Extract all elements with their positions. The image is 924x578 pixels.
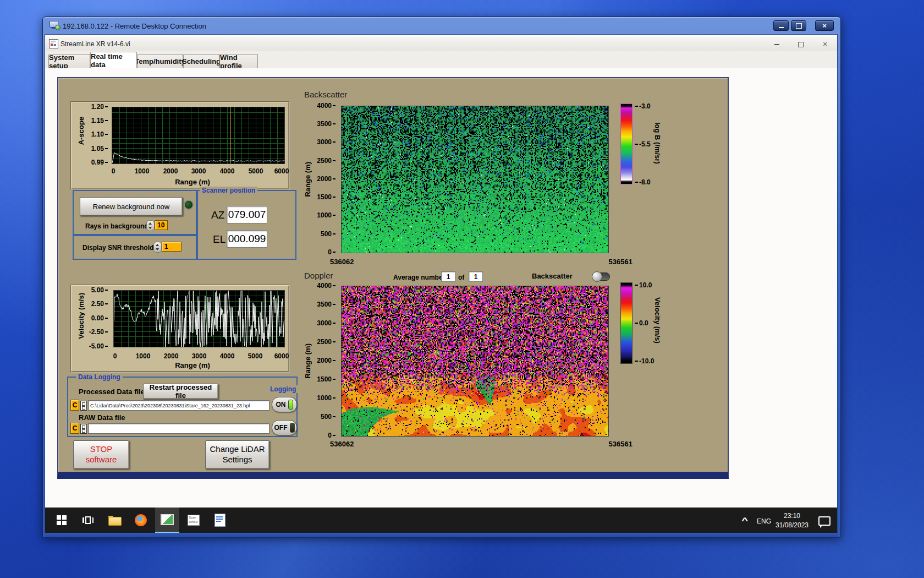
vel-xtick: 0 bbox=[113, 353, 117, 359]
bs-ytick: 500 bbox=[315, 231, 336, 237]
windows-logo-icon bbox=[57, 515, 67, 525]
rdp-close-button[interactable]: × bbox=[815, 20, 834, 31]
tab-system-setup[interactable]: System setup bbox=[48, 54, 90, 68]
change-line2: Settings bbox=[222, 455, 252, 465]
of-label: of bbox=[458, 274, 464, 281]
on-label: ON bbox=[276, 401, 286, 408]
app-close-button[interactable]: × bbox=[817, 39, 833, 48]
dop-colorbar-label: Velocity (m/s) bbox=[653, 297, 662, 343]
scan-scheduler-button[interactable]: Scan sched bbox=[182, 508, 206, 533]
change-line1: Change LiDAR bbox=[210, 444, 265, 455]
raw-logging-off-button[interactable]: OFF bbox=[272, 420, 297, 435]
processed-file-label: Processed Data file bbox=[79, 388, 145, 396]
scanner-title: Scanner position bbox=[200, 187, 257, 194]
tab-temp-humidity[interactable]: Temp/humidity bbox=[137, 54, 183, 68]
rdp-minimize-button[interactable] bbox=[773, 20, 789, 31]
ascope-xtick: 2000 bbox=[163, 168, 178, 175]
ascope-xtick: 3000 bbox=[191, 168, 206, 175]
raw-path-input[interactable] bbox=[88, 423, 270, 434]
dop-ytick: 2000 bbox=[315, 357, 336, 364]
dop-ytick: 1000 bbox=[315, 395, 336, 401]
action-center-icon[interactable] bbox=[818, 516, 831, 526]
dop-ytick: 3500 bbox=[315, 301, 336, 308]
bs-ytick: 1000 bbox=[315, 212, 336, 219]
ascope-plot[interactable] bbox=[112, 107, 285, 164]
processed-path-input[interactable]: C:\Lidar\Data\Proc\2023\202308\20230831\… bbox=[88, 400, 270, 411]
raw-browse-icon[interactable] bbox=[80, 424, 87, 434]
firefox-button[interactable] bbox=[129, 508, 153, 533]
tray-expand-chevron[interactable]: ^ bbox=[741, 516, 748, 525]
snr-value[interactable]: 1 bbox=[162, 242, 182, 252]
restart-processed-label: Restart processed file bbox=[144, 383, 218, 400]
background-led bbox=[184, 200, 194, 210]
active-app-button[interactable] bbox=[155, 508, 179, 533]
language-indicator[interactable]: ENG bbox=[757, 517, 771, 525]
dop-x-start: 536062 bbox=[330, 440, 354, 448]
off-lamp bbox=[290, 423, 295, 433]
data-logging-title: Data Logging bbox=[76, 373, 123, 381]
toggle-knob bbox=[592, 271, 602, 282]
document-app-button[interactable] bbox=[208, 508, 232, 533]
avg-current-text: 1 bbox=[447, 273, 450, 281]
file-explorer-button[interactable] bbox=[102, 508, 127, 533]
restart-processed-button[interactable]: Restart processed file bbox=[143, 384, 218, 399]
dop-ytick: 0 bbox=[315, 432, 336, 439]
tab-scheduling[interactable]: Scheduling bbox=[183, 54, 219, 68]
bs-ytick: 4000 bbox=[315, 102, 336, 109]
snr-spinner[interactable] bbox=[153, 242, 162, 253]
bs-colorbar-label: log B (/m/sr) bbox=[653, 122, 662, 164]
velocity-xlabel: Range (m) bbox=[165, 361, 220, 369]
start-button[interactable] bbox=[50, 508, 74, 533]
velocity-plot[interactable] bbox=[113, 290, 285, 347]
bs-ytick: 2000 bbox=[315, 176, 336, 182]
average-total-value[interactable]: 1 bbox=[469, 271, 483, 282]
bs-cb-tick: -3.0 bbox=[635, 103, 651, 110]
ascope-ytick: 1.15 bbox=[87, 117, 108, 124]
backscatter-toggle-label: Backscatter bbox=[532, 272, 573, 280]
tab-wind-profile[interactable]: Wind profile bbox=[219, 54, 258, 68]
folder-icon bbox=[108, 516, 120, 525]
renew-background-button[interactable]: Renew background now bbox=[80, 197, 183, 216]
vel-xtick: 3000 bbox=[192, 353, 207, 359]
app-restore-button[interactable] bbox=[793, 41, 809, 48]
rdp-maximize-button[interactable] bbox=[791, 20, 806, 31]
dop-ytick: 3000 bbox=[315, 320, 336, 326]
raw-drive-box[interactable]: C bbox=[70, 423, 79, 434]
vel-ytick: 5.00 bbox=[84, 287, 108, 293]
vel-ytick: 2.50 bbox=[84, 301, 108, 307]
rays-label: Rays in background bbox=[85, 222, 148, 230]
vel-xtick: 1000 bbox=[136, 353, 151, 359]
backscatter-toggle[interactable] bbox=[592, 272, 610, 281]
rays-value[interactable]: 10 bbox=[155, 220, 168, 230]
processed-logging-on-button[interactable]: ON bbox=[272, 397, 297, 412]
tab-label: Wind profile bbox=[220, 53, 257, 70]
backscatter-ylabel: Range (m) bbox=[304, 162, 312, 197]
off-label: OFF bbox=[274, 424, 288, 432]
ascope-xlabel: Range (m) bbox=[165, 178, 220, 186]
bs-cb-tick: -8.0 bbox=[635, 179, 651, 186]
vel-xtick: 5000 bbox=[248, 353, 263, 359]
processed-browse-icon[interactable] bbox=[80, 401, 87, 411]
backscatter-title: Backscatter bbox=[304, 90, 347, 99]
tab-real-time-data[interactable]: Real time data bbox=[90, 52, 137, 68]
app-minimize-button[interactable] bbox=[769, 41, 784, 48]
ascope-ytick: 0.99 bbox=[87, 159, 108, 166]
vel-xtick: 2000 bbox=[164, 353, 179, 359]
tab-label: Scheduling bbox=[182, 57, 221, 66]
task-view-button[interactable] bbox=[76, 508, 100, 533]
drive-letter: C bbox=[73, 401, 78, 409]
doppler-colorbar bbox=[620, 282, 632, 364]
processed-drive-box[interactable]: C bbox=[70, 400, 79, 411]
on-lamp bbox=[288, 400, 293, 410]
stop-software-button[interactable]: STOP software bbox=[73, 440, 129, 469]
clock[interactable]: 23:10 31/08/2023 bbox=[773, 511, 811, 530]
renew-background-label: Renew background now bbox=[93, 203, 169, 211]
change-lidar-settings-button[interactable]: Change LiDAR Settings bbox=[205, 440, 270, 469]
stop-line2: software bbox=[86, 455, 117, 465]
vel-xtick: 4000 bbox=[220, 353, 235, 359]
app-window-title: StreamLine XR v14-6.vi bbox=[61, 40, 130, 48]
stop-line1: STOP bbox=[90, 444, 113, 455]
rays-spinner[interactable] bbox=[146, 220, 155, 231]
average-number-value[interactable]: 1 bbox=[441, 271, 455, 282]
dop-x-end: 536561 bbox=[580, 440, 632, 448]
